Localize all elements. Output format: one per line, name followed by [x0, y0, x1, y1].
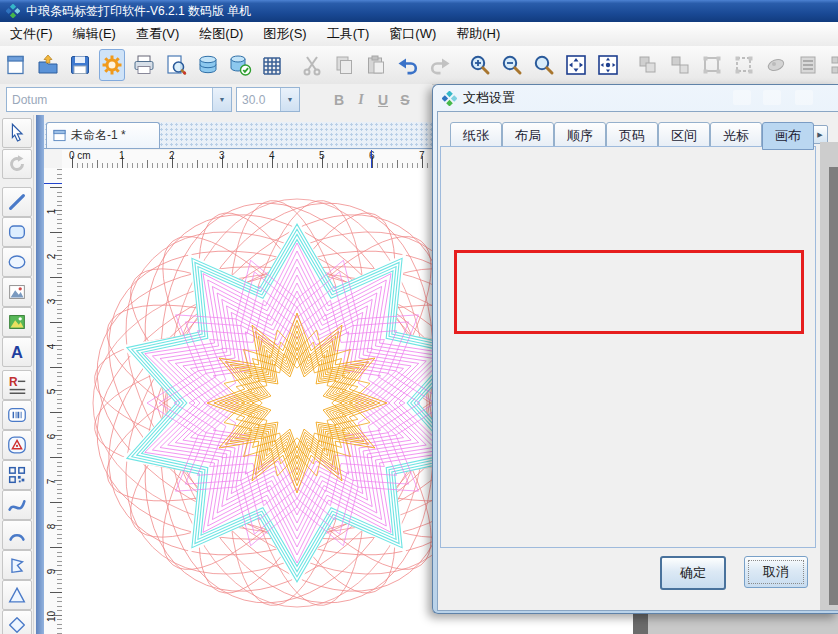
tab-range[interactable]: 区间: [658, 122, 710, 149]
menu-window[interactable]: 窗口(W): [379, 22, 446, 46]
barcode-tool-button[interactable]: [2, 400, 32, 430]
ruler-label: 8: [46, 520, 57, 534]
svg-text:R: R: [9, 375, 18, 389]
database-check-button[interactable]: [227, 49, 253, 81]
ruler-label: 7: [419, 150, 425, 161]
database-button[interactable]: [195, 49, 221, 81]
triangle-tool-button[interactable]: [2, 580, 32, 610]
print-preview-button[interactable]: [163, 49, 189, 81]
rounded-rect-tool-button[interactable]: [2, 217, 32, 247]
font-family-dropdown-icon[interactable]: ▼: [212, 88, 231, 111]
cancel-focus-rect: [748, 560, 804, 584]
tab-order[interactable]: 顺序: [554, 122, 606, 149]
send-backward-button: [731, 49, 757, 81]
menu-edit[interactable]: 编辑(E): [63, 22, 126, 46]
tab-paper[interactable]: 纸张: [450, 122, 502, 149]
dialog-title-bar[interactable]: 文档设置: [433, 85, 838, 111]
svg-text:A: A: [11, 343, 23, 361]
titlebar-glass-reflection: [763, 90, 781, 105]
tab-canvas[interactable]: 画布: [762, 122, 814, 150]
save-button[interactable]: [67, 49, 93, 81]
rich-text-tool-button[interactable]: R: [2, 370, 32, 400]
align-button: [827, 49, 838, 81]
ruler-corner: [44, 150, 63, 169]
grid-button[interactable]: [259, 49, 285, 81]
ok-button-label: 确定: [680, 564, 706, 582]
zoom-in-button[interactable]: [467, 49, 493, 81]
document-tab[interactable]: 未命名-1 *: [46, 122, 160, 148]
lock-button: [763, 49, 789, 81]
text-tool-button[interactable]: A: [2, 337, 32, 367]
dialog-title: 文档设置: [463, 89, 515, 107]
undo-button[interactable]: [395, 49, 421, 81]
picture-tool-button[interactable]: [2, 307, 32, 337]
font-size-dropdown-icon[interactable]: ▼: [280, 88, 299, 111]
new-document-button[interactable]: [3, 49, 29, 81]
ok-button[interactable]: 确定: [660, 556, 726, 590]
polygon-tool-button[interactable]: [2, 550, 32, 580]
select-tool-button[interactable]: [2, 118, 32, 148]
ruler-label: 1: [46, 205, 57, 219]
line-tool-button[interactable]: [2, 187, 32, 217]
shape-mark-tool-button[interactable]: [2, 430, 32, 460]
diamond-tool-button[interactable]: [2, 610, 32, 634]
arc-tool-button[interactable]: [2, 520, 32, 550]
copy-button: [331, 49, 357, 81]
open-button[interactable]: [35, 49, 61, 81]
settings-button[interactable]: [99, 49, 125, 81]
curve-tool-button[interactable]: [2, 490, 32, 520]
guilloche-pattern: [87, 193, 432, 613]
window-title: 中琅条码标签打印软件-V6.2.1 数码版 单机: [26, 3, 251, 20]
tab-layout[interactable]: 布局: [502, 122, 554, 149]
horizontal-ruler[interactable]: 0 cm 1 2 3 4 5 6 7: [62, 150, 432, 169]
font-size-combo[interactable]: 30.0 ▼: [236, 87, 300, 112]
image-tool-button[interactable]: [2, 277, 32, 307]
tab-page-number[interactable]: 页码: [606, 122, 658, 149]
ruler-label: 3: [46, 295, 57, 309]
ruler-label: 3: [219, 150, 225, 161]
design-canvas[interactable]: [62, 168, 432, 634]
ruler-label: 2: [169, 150, 175, 161]
qrcode-tool-button[interactable]: [2, 460, 32, 490]
cancel-button[interactable]: 取消: [744, 556, 808, 588]
fit-selection-button[interactable]: [595, 49, 621, 81]
menu-tools[interactable]: 工具(T): [317, 22, 380, 46]
document-tab-bar: 未命名-1 *: [44, 122, 438, 149]
group-button: [635, 49, 661, 81]
dialog-icon: [442, 91, 457, 106]
ruler-label: 0 cm: [69, 150, 91, 161]
ruler-label: 7: [46, 475, 57, 489]
font-family-value: Dotum: [7, 93, 212, 107]
annotation-highlight-box: [454, 250, 804, 334]
menu-file[interactable]: 文件(F): [0, 22, 63, 46]
ruler-label: 2: [46, 250, 57, 264]
ungroup-button: [667, 49, 693, 81]
toolbar: [0, 46, 838, 85]
zoom-out-button[interactable]: [499, 49, 525, 81]
ruler-label: 4: [46, 340, 57, 354]
title-bar: 中琅条码标签打印软件-V6.2.1 数码版 单机: [0, 0, 838, 22]
fit-window-button[interactable]: [563, 49, 589, 81]
italic-button: I: [350, 92, 372, 108]
font-family-combo[interactable]: Dotum ▼: [6, 87, 232, 112]
menu-bar: 文件(F) 编辑(E) 查看(V) 绘图(D) 图形(S) 工具(T) 窗口(W…: [0, 22, 838, 47]
print-button[interactable]: [131, 49, 157, 81]
tab-cursor[interactable]: 光标: [710, 122, 762, 149]
ellipse-tool-button[interactable]: [2, 247, 32, 277]
ruler-label: 10: [46, 610, 57, 624]
ruler-label: 1: [119, 150, 125, 161]
document-settings-dialog: 文档设置 纸张 布局 顺序 页码 区间 光标 画布 ◀ ▶ 画布 形状: 圆角矩…: [432, 84, 838, 614]
vertical-ruler[interactable]: 1 2 3 4 5 6 7 8 9 10: [44, 168, 63, 634]
tool-sidebar: A R: [0, 115, 34, 634]
ruler-label: 4: [269, 150, 275, 161]
canvas-tab-panel: [440, 146, 816, 548]
bring-forward-button: [699, 49, 725, 81]
document-icon: [53, 129, 66, 142]
menu-help[interactable]: 帮助(H): [446, 22, 510, 46]
menu-shape[interactable]: 图形(S): [253, 22, 316, 46]
zoom-button[interactable]: [531, 49, 557, 81]
canvas-background-strip: [432, 612, 633, 634]
app-logo-icon: [6, 4, 20, 18]
menu-draw[interactable]: 绘图(D): [189, 22, 253, 46]
menu-view[interactable]: 查看(V): [126, 22, 189, 46]
